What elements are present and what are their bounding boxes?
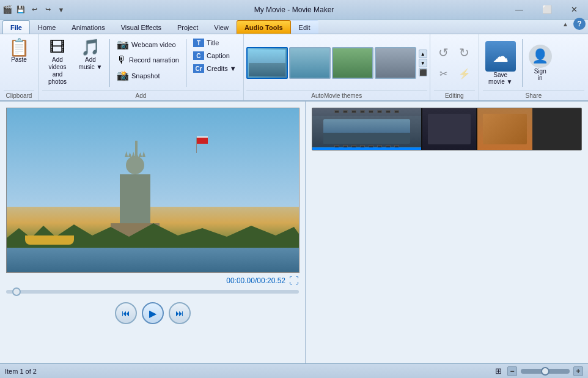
title-label: Title (207, 39, 219, 46)
section-divider (109, 39, 110, 87)
quick-access-dropdown[interactable]: ▼ (55, 4, 67, 16)
scrubber-track[interactable] (6, 290, 299, 294)
add-music-button[interactable]: 🎵 Addmusic ▼ (75, 37, 106, 73)
step-forward-button[interactable]: ⏭ (169, 302, 191, 324)
playback-controls: ⏮ ▶ ⏭ (6, 302, 299, 324)
editing-label: Editing (434, 91, 475, 99)
ribbon-collapse[interactable]: ▲ (562, 21, 568, 28)
title-icon: T (193, 39, 204, 47)
themes-scroll: ▲ ▼ ⬛ (419, 50, 427, 76)
ribbon-tabs: File Home Animations Visual Effects Proj… (0, 20, 588, 34)
trim-button[interactable]: ✂ (434, 64, 454, 83)
record-narration-button[interactable]: 🎙 Record narration (114, 53, 182, 67)
undo-button[interactable]: ↩ (28, 4, 40, 16)
add-options-stack: 📷 Webcam video 🎙 Record narration 📸 Snap… (114, 37, 182, 83)
maximize-button[interactable]: ⬜ (533, 0, 560, 20)
snapshot-icon: 📸 (117, 70, 129, 81)
snapshot-button[interactable]: 📸 Snapshot (114, 68, 182, 83)
theme-3[interactable] (332, 47, 373, 79)
caption-label: Caption (207, 52, 230, 59)
film-clip-3[interactable] (477, 108, 532, 150)
scrubber-thumb[interactable] (12, 287, 21, 296)
credits-icon: Cr (193, 64, 204, 73)
theme-1[interactable] (246, 47, 288, 79)
fit-view-button[interactable]: ⛶ (289, 275, 299, 286)
film-clip-1[interactable] (312, 108, 422, 150)
redo-button[interactable]: ↪ (42, 4, 54, 16)
scrubber-bar (6, 290, 299, 294)
clipboard-label: Clipboard (4, 91, 34, 99)
rewind-to-start-button[interactable]: ⏮ (115, 302, 137, 324)
caption-button[interactable]: C Caption (190, 50, 240, 62)
autothemes-label: AutoMovie themes (246, 91, 427, 99)
themes-scroll-more[interactable]: ⬛ (419, 68, 427, 76)
window-title: My Movie - Movie Maker (254, 6, 334, 14)
zoom-thumb[interactable] (541, 367, 549, 376)
sign-in-button[interactable]: 👤 Signin (526, 42, 554, 84)
film-clip-2[interactable] (422, 108, 477, 150)
storyboard-view-button[interactable]: ⊞ (493, 366, 504, 377)
play-button[interactable]: ▶ (142, 302, 164, 324)
section-divider-2 (186, 39, 186, 87)
theme-4[interactable] (375, 47, 416, 79)
paste-icon: 📋 (9, 39, 30, 56)
caption-icon: C (193, 51, 204, 60)
tab-view[interactable]: View (206, 20, 237, 34)
titlebar-left: 🎬 💾 ↩ ↪ ▼ (2, 4, 67, 16)
webcam-icon: 📷 (117, 39, 129, 50)
tab-home[interactable]: Home (30, 20, 64, 34)
record-narration-label: Record narration (129, 56, 179, 64)
sign-in-label: Signin (534, 68, 546, 81)
share-divider (522, 39, 523, 87)
add-music-icon: 🎵 (81, 39, 100, 55)
themes-scroll-down[interactable]: ▼ (419, 59, 427, 67)
autothemes-section: ▲ ▼ ⬛ AutoMovie themes (244, 34, 430, 100)
statusbar: Item 1 of 2 ⊞ − + (0, 363, 588, 378)
credits-label: Credits ▼ (207, 65, 237, 72)
share-section: ☁ Savemovie ▼ 👤 Signin Share (479, 34, 588, 100)
share-label: Share (483, 91, 584, 99)
statusbar-left: Item 1 of 2 (5, 368, 37, 375)
credits-button[interactable]: Cr Credits ▼ (190, 62, 240, 75)
rotate-right-button[interactable]: ↻ (455, 43, 474, 62)
video-preview (6, 108, 300, 273)
minimize-button[interactable]: — (505, 0, 533, 20)
add-label: Add (42, 91, 240, 99)
tab-file[interactable]: File (2, 20, 30, 34)
add-section: 🎞 Add videosand photos 🎵 Addmusic ▼ 📷 We… (39, 34, 244, 100)
titlebar: 🎬 💾 ↩ ↪ ▼ My Movie - Movie Maker — ⬜ ✕ (0, 0, 588, 20)
split-button[interactable]: ⚡ (455, 64, 474, 83)
tab-audio-tools[interactable]: Audio Tools (237, 20, 291, 34)
themes-scroll-up[interactable]: ▲ (419, 50, 427, 58)
clipboard-section: 📋 Paste Clipboard (0, 34, 39, 100)
statusbar-right: ⊞ − + (493, 366, 583, 377)
user-icon: 👤 (529, 45, 552, 68)
editing-section: ↺ ↻ ✂ ⚡ Editing (430, 34, 479, 100)
save-movie-button[interactable]: ☁ Savemovie ▼ (483, 39, 518, 87)
filmstrip (312, 108, 582, 150)
preview-panel: 00:00.00/00:20.52 ⛶ ⏮ ▶ ⏭ (0, 102, 306, 363)
tab-animations[interactable]: Animations (64, 20, 112, 34)
ribbon: 📋 Paste Clipboard 🎞 Add videosand photos… (0, 34, 588, 102)
time-display: 00:00.00/00:20.52 ⛶ (6, 275, 299, 286)
add-videos-label: Add videosand photos (44, 56, 71, 86)
tab-edit[interactable]: Edit (291, 20, 318, 34)
webcam-button[interactable]: 📷 Webcam video (114, 37, 182, 52)
time-value: 00:00.00/00:20.52 (226, 276, 285, 285)
save-movie-label: Savemovie ▼ (488, 72, 512, 85)
zoom-in-button[interactable]: + (573, 366, 583, 376)
zoom-slider[interactable] (521, 369, 570, 374)
zoom-out-button[interactable]: − (507, 366, 517, 376)
rotate-left-button[interactable]: ↺ (434, 43, 454, 62)
timeline-panel (306, 102, 588, 363)
title-button[interactable]: T Title (190, 37, 240, 49)
theme-2[interactable] (289, 47, 331, 79)
tab-project[interactable]: Project (169, 20, 206, 34)
paste-button[interactable]: 📋 Paste (4, 37, 34, 65)
add-music-label: Addmusic ▼ (79, 56, 103, 71)
add-videos-button[interactable]: 🎞 Add videosand photos (42, 37, 73, 88)
help-button[interactable]: ? (573, 18, 586, 30)
quick-save-button[interactable]: 💾 (15, 4, 27, 16)
quick-access-toolbar: 💾 ↩ ↪ ▼ (15, 4, 67, 16)
tab-visual-effects[interactable]: Visual Effects (113, 20, 169, 34)
